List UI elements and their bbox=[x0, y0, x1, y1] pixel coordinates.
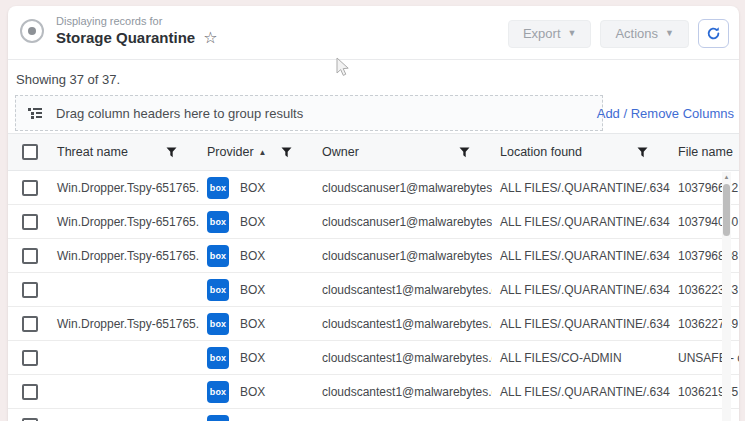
box-logo-icon: box bbox=[207, 245, 229, 267]
box-logo-icon: box bbox=[207, 347, 229, 369]
group-by-dropzone[interactable]: Drag column headers here to group result… bbox=[15, 95, 603, 131]
provider-cell: box BOX bbox=[199, 381, 314, 403]
title-bar: Displaying records for Storage Quarantin… bbox=[8, 6, 739, 60]
column-header-location-found[interactable]: Location found bbox=[492, 145, 670, 159]
title-subtitle: Displaying records for bbox=[56, 14, 218, 28]
location-found-cell: ALL FILES/.QUARANTINE/.63441... bbox=[492, 283, 670, 297]
provider-cell: box BOX bbox=[199, 415, 314, 421]
column-header-threat-name[interactable]: Threat name bbox=[49, 145, 199, 159]
column-header-file-name[interactable]: File name bbox=[670, 145, 739, 159]
chevron-down-icon: ▼ bbox=[665, 29, 674, 38]
table-row[interactable]: Win.Dropper.Tspy-651765... box BOX cloud… bbox=[8, 307, 739, 341]
provider-cell: box BOX bbox=[199, 177, 314, 199]
chevron-down-icon: ▼ bbox=[568, 29, 577, 38]
page-title: Storage Quarantine ☆ bbox=[56, 28, 218, 48]
scroll-up-arrow[interactable]: ▲ bbox=[722, 172, 731, 182]
provider-name: BOX bbox=[240, 351, 265, 365]
location-found-cell: ALL FILES/.QUARANTINE/.63465... bbox=[492, 215, 670, 229]
group-by-icon bbox=[28, 107, 42, 119]
location-found-cell: ALL FILES/.QUARANTINE/.63441... bbox=[492, 385, 670, 399]
storage-quarantine-page: { "header": { "subtitle": "Displaying re… bbox=[0, 0, 745, 421]
refresh-icon bbox=[706, 26, 721, 41]
provider-cell: box BOX bbox=[199, 211, 314, 233]
provider-cell: box BOX bbox=[199, 245, 314, 267]
export-button-label: Export bbox=[523, 26, 561, 41]
column-label: Owner bbox=[322, 145, 359, 159]
provider-name: BOX bbox=[240, 249, 265, 263]
column-header-provider[interactable]: Provider ▲ bbox=[199, 145, 314, 159]
table-row[interactable]: Win.Dropper.Tspy-651765... box BOX cloud… bbox=[8, 239, 739, 273]
filter-icon[interactable] bbox=[281, 147, 292, 158]
provider-name: BOX bbox=[240, 181, 265, 195]
provider-name: BOX bbox=[240, 385, 265, 399]
filter-icon[interactable] bbox=[459, 147, 470, 158]
column-label: Provider bbox=[207, 145, 254, 159]
record-count-text: Showing 37 of 37. bbox=[16, 72, 120, 87]
page-title-text: Storage Quarantine bbox=[56, 28, 195, 48]
column-label: Location found bbox=[500, 145, 582, 159]
owner-cell: cloudscanuser1@malwarebytes.... bbox=[314, 249, 492, 263]
threat-name-cell: Win.Dropper.Tspy-651765... bbox=[49, 181, 199, 195]
vertical-scrollbar[interactable]: ▲ bbox=[722, 172, 731, 421]
threat-name-cell: Win.Dropper.Tspy-651765... bbox=[49, 215, 199, 229]
box-logo-icon: box bbox=[207, 177, 229, 199]
table-row[interactable]: Win.Dropper.Tspy-651765... box BOX cloud… bbox=[8, 171, 739, 205]
provider-cell: box BOX bbox=[199, 279, 314, 301]
actions-button[interactable]: Actions ▼ bbox=[600, 20, 689, 48]
row-checkbox[interactable] bbox=[22, 248, 38, 264]
owner-cell: cloudscanuser1@malwarebytes.... bbox=[314, 215, 492, 229]
provider-cell: box BOX bbox=[199, 313, 314, 335]
provider-name: BOX bbox=[240, 215, 265, 229]
header-checkbox-cell bbox=[8, 144, 49, 160]
box-logo-icon: box bbox=[207, 415, 229, 421]
location-found-cell: ALL FILES/.QUARANTINE/.63441... bbox=[492, 317, 670, 331]
title-block: Displaying records for Storage Quarantin… bbox=[56, 14, 218, 48]
row-checkbox[interactable] bbox=[22, 214, 38, 230]
row-checkbox[interactable] bbox=[22, 282, 38, 298]
provider-cell: box BOX bbox=[199, 347, 314, 369]
actions-button-label: Actions bbox=[615, 26, 658, 41]
provider-name: BOX bbox=[240, 317, 265, 331]
table-row[interactable]: box BOX cloudscantest1@malwarebytes.c...… bbox=[8, 341, 739, 375]
row-checkbox[interactable] bbox=[22, 350, 38, 366]
favorite-star-icon[interactable]: ☆ bbox=[203, 28, 217, 48]
quarantine-table: Threat name Provider ▲ Owner bbox=[8, 133, 739, 421]
provider-name: BOX bbox=[240, 283, 265, 297]
export-button[interactable]: Export ▼ bbox=[508, 20, 592, 48]
title-buttons: Export ▼ Actions ▼ bbox=[508, 19, 729, 48]
group-by-hint-text: Drag column headers here to group result… bbox=[56, 106, 303, 121]
column-label: Threat name bbox=[57, 145, 128, 159]
table-row[interactable]: box BOX cloudscantest1@malwarebytes.c...… bbox=[8, 375, 739, 409]
row-checkbox[interactable] bbox=[22, 180, 38, 196]
scrollbar-thumb[interactable] bbox=[723, 184, 730, 236]
location-found-cell: ALL FILES/CO-ADMIN bbox=[492, 351, 670, 365]
box-logo-icon: box bbox=[207, 211, 229, 233]
owner-cell: cloudscanuser1@malwarebytes.... bbox=[314, 181, 492, 195]
add-remove-columns-link[interactable]: Add / Remove Columns bbox=[597, 95, 734, 131]
select-all-checkbox[interactable] bbox=[22, 144, 38, 160]
refresh-button[interactable] bbox=[698, 19, 729, 48]
owner-cell: cloudscantest1@malwarebytes.c... bbox=[314, 317, 492, 331]
filter-icon[interactable] bbox=[166, 147, 177, 158]
box-logo-icon: box bbox=[207, 381, 229, 403]
column-header-owner[interactable]: Owner bbox=[314, 145, 492, 159]
threat-name-cell: Win.Dropper.Tspy-651765... bbox=[49, 317, 199, 331]
record-type-icon bbox=[20, 19, 44, 43]
owner-cell: cloudscantest1@malwarebytes.c... bbox=[314, 283, 492, 297]
row-checkbox[interactable] bbox=[22, 418, 38, 421]
location-found-cell: ALL FILES/.QUARANTINE/.63465... bbox=[492, 181, 670, 195]
filter-icon[interactable] bbox=[637, 147, 648, 158]
owner-cell: cloudscantest1@malwarebytes.c... bbox=[314, 351, 492, 365]
table-row[interactable]: box BOX bbox=[8, 409, 739, 421]
box-logo-icon: box bbox=[207, 313, 229, 335]
table-row[interactable]: Win.Dropper.Tspy-651765... box BOX cloud… bbox=[8, 205, 739, 239]
sort-ascending-icon: ▲ bbox=[259, 148, 267, 157]
location-found-cell: ALL FILES/.QUARANTINE/.63465... bbox=[492, 249, 670, 263]
row-checkbox[interactable] bbox=[22, 384, 38, 400]
records-card: Displaying records for Storage Quarantin… bbox=[8, 6, 739, 421]
box-logo-icon: box bbox=[207, 279, 229, 301]
owner-cell: cloudscantest1@malwarebytes.c... bbox=[314, 385, 492, 399]
table-row[interactable]: box BOX cloudscantest1@malwarebytes.c...… bbox=[8, 273, 739, 307]
table-header-row: Threat name Provider ▲ Owner bbox=[8, 133, 739, 171]
row-checkbox[interactable] bbox=[22, 316, 38, 332]
